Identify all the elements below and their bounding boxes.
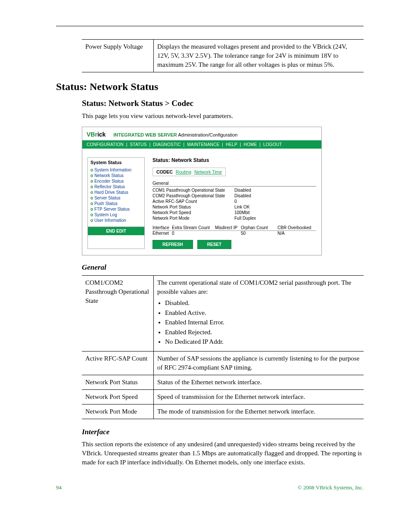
nav-status[interactable]: STATUS [130, 142, 146, 147]
sidebar-item-network-status[interactable]: Network Status [90, 173, 142, 178]
sidebar-item-user-information[interactable]: User Information [90, 218, 142, 223]
sidebar-item-push-status[interactable]: Push Status [90, 201, 142, 206]
gen-row4-term: Network Port Speed [82, 389, 154, 404]
end-edit-button[interactable]: END EDIT [88, 227, 144, 235]
gen-row4-desc: Speed of transmission for the Ethernet n… [154, 389, 364, 404]
sidebar-item-ftp-server-status[interactable]: FTP Server Status [90, 206, 142, 212]
gen-row5-desc: The mode of transmission for the Etherne… [154, 404, 364, 419]
general-defs-table: COM1/COM2 Passthrough Operational State … [82, 275, 364, 419]
sidebar-item-encoder-status[interactable]: Encoder Status [90, 178, 142, 184]
gen-row1-desc: The current operational state of COM1/CO… [154, 276, 364, 352]
panel-header: VBrick INTEGRATED WEB SERVER Administrat… [82, 127, 321, 140]
nav-maintenance[interactable]: MAINTENANCE [187, 142, 219, 147]
nav-bar: CONFIGURATION | STATUS | DIAGNOSTIC | MA… [82, 140, 321, 149]
copyright: © 2008 VBrick Systems, Inc. [298, 484, 364, 491]
gen-row3-desc: Status of the Ethernet network interface… [154, 375, 364, 389]
sidebar-item-server-status[interactable]: Server Status [90, 195, 142, 201]
subsection-heading: Status: Network Status > Codec [82, 99, 364, 108]
sidebar-item-system-log[interactable]: System Log [90, 212, 142, 218]
interface-paragraph: This section reports the existence of an… [82, 440, 364, 467]
gen-row2-term: Active RFC-SAP Count [82, 351, 154, 375]
gen-row2-desc: Number of SAP sessions the appliance is … [154, 351, 364, 375]
sidebar-title: System Status [88, 158, 144, 167]
panel-main-title: Status: Network Status [153, 157, 316, 163]
gen-row1-term: COM1/COM2 Passthrough Operational State [82, 276, 154, 352]
tab-routing[interactable]: Routing [176, 169, 191, 174]
iface-header-row: Interface Extra Stream Count Misdirect I… [153, 225, 316, 231]
admin-panel: VBrick INTEGRATED WEB SERVER Administrat… [82, 127, 322, 255]
tab-network-time[interactable]: Network Time [194, 169, 222, 174]
nav-logout[interactable]: LOGOUT [263, 142, 282, 147]
nav-help[interactable]: HELP [226, 142, 237, 147]
iface-data-row: Ethernet 0 50 N/A [153, 231, 316, 236]
nav-home[interactable]: HOME [243, 142, 257, 147]
page-footer: 94 © 2008 VBrick Systems, Inc. [56, 484, 364, 491]
nav-configuration[interactable]: CONFIGURATION [87, 142, 124, 147]
codec-tabs: CODEC Routing Network Time [153, 168, 226, 176]
sidebar-item-hard-drive-status[interactable]: Hard Drive Status [90, 190, 142, 195]
panel-general-label: General [153, 180, 316, 187]
sidebar-item-reflector-status[interactable]: Reflector Status [90, 184, 142, 190]
psv-desc: Displays the measured voltages present a… [154, 40, 364, 72]
page-number: 94 [56, 484, 62, 491]
gen-row3-term: Network Port Status [82, 375, 154, 389]
header-subtitle: INTEGRATED WEB SERVER Administration/Con… [113, 132, 237, 137]
refresh-button[interactable]: REFRESH [153, 240, 193, 249]
interface-subheading: Interface [82, 428, 364, 436]
intro-paragraph: This page lets you view various network-… [82, 112, 364, 121]
power-supply-table: Power Supply Voltage Displays the measur… [82, 39, 364, 72]
panel-main: Status: Network Status CODEC Routing Net… [153, 157, 316, 249]
section-heading: Status: Network Status [56, 81, 364, 93]
general-subheading: General [82, 263, 364, 272]
brand-logo: VBrick [87, 131, 107, 138]
reset-button[interactable]: RESET [197, 240, 231, 249]
sidebar-item-system-information[interactable]: System Information [90, 167, 142, 173]
nav-diagnostic[interactable]: DIAGNOSTIC [153, 142, 181, 147]
psv-term: Power Supply Voltage [82, 40, 154, 72]
sidebar: System Status System Information Network… [87, 157, 145, 249]
gen-row5-term: Network Port Mode [82, 404, 154, 419]
tab-codec[interactable]: CODEC [156, 169, 173, 174]
